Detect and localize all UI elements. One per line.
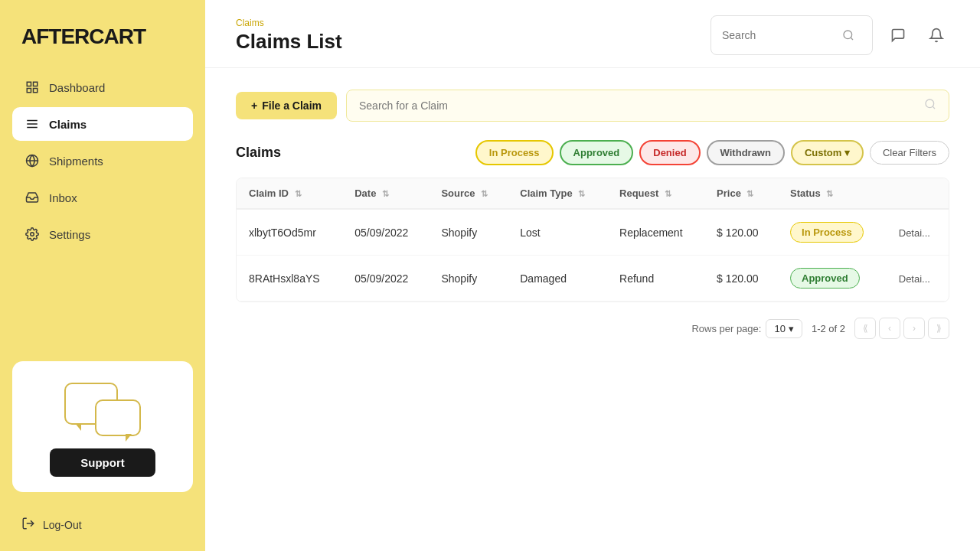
sidebar-item-claims[interactable]: Claims [12, 107, 193, 141]
table-row: xlbytT6Od5mr 05/09/2022 Shopify Lost Rep… [237, 209, 949, 256]
svg-rect-1 [34, 82, 38, 86]
filter-withdrawn[interactable]: Withdrawn [707, 140, 785, 165]
claim-search-input[interactable] [359, 99, 918, 112]
filter-approved[interactable]: Approved [560, 140, 634, 165]
sort-icon-date[interactable]: ⇅ [382, 189, 389, 199]
status-badge: In Process [790, 222, 864, 243]
rows-per-page-value: 10 [774, 323, 785, 334]
sidebar-label-shipments: Shipments [49, 155, 103, 168]
svg-point-13 [926, 99, 934, 108]
claims-table-wrapper: Claim ID ⇅ Date ⇅ Source ⇅ Claim Type ⇅ … [236, 178, 949, 302]
cell-claim-id: 8RAtHsxl8aYS [237, 256, 342, 302]
logout-label: Log-Out [43, 519, 82, 531]
sidebar-item-settings[interactable]: Settings [12, 217, 193, 251]
plus-icon: + [251, 99, 257, 112]
cell-request: Replacement [607, 209, 704, 256]
sidebar-item-dashboard[interactable]: Dashboard [12, 70, 193, 104]
rows-select-chevron: ▾ [789, 323, 794, 334]
page-header: Claims Claims List [236, 18, 342, 54]
svg-line-12 [851, 37, 853, 40]
cell-price: $ 120.00 [704, 256, 778, 302]
svg-rect-2 [27, 89, 31, 93]
cell-source: Shopify [429, 209, 508, 256]
cell-request: Refund [607, 256, 704, 302]
claims-icon [24, 116, 40, 132]
sidebar-item-inbox[interactable]: Inbox [12, 181, 193, 214]
cell-date: 05/09/2022 [342, 209, 429, 256]
col-price: Price ⇅ [704, 178, 778, 209]
sort-icon-status[interactable]: ⇅ [826, 189, 833, 199]
file-claim-button[interactable]: + File a Claim [236, 92, 337, 119]
support-button[interactable]: Support [50, 448, 155, 477]
sidebar-item-shipments[interactable]: Shipments [12, 144, 193, 178]
sort-icon-price[interactable]: ⇅ [746, 189, 753, 199]
logo: AFTERCART [0, 0, 205, 70]
rows-per-page-select[interactable]: 10 ▾ [766, 319, 802, 338]
page-info: 1-2 of 2 [812, 323, 845, 334]
page-title: Claims List [236, 30, 342, 54]
rows-per-page: Rows per page: 10 ▾ [691, 319, 802, 338]
search-box[interactable] [710, 15, 873, 55]
filter-in-process[interactable]: In Process [475, 140, 554, 165]
claims-header: Claims In Process Approved Denied Withdr… [236, 140, 949, 165]
search-icon[interactable] [835, 22, 861, 48]
svg-point-9 [31, 233, 34, 236]
cell-claim-id: xlbytT6Od5mr [237, 209, 342, 256]
search-input[interactable] [722, 29, 829, 41]
cell-detail[interactable]: Detai... [887, 209, 949, 256]
page-prev-button[interactable]: ‹ [879, 318, 900, 339]
svg-point-11 [844, 31, 852, 39]
sidebar-label-settings: Settings [49, 228, 90, 241]
inbox-icon [24, 190, 40, 205]
sort-icon-request[interactable]: ⇅ [665, 189, 671, 199]
chat-icon[interactable] [885, 22, 911, 48]
shipments-icon [24, 153, 40, 168]
cell-date: 05/09/2022 [342, 256, 429, 302]
topbar: Claims Claims List [205, 0, 980, 68]
cell-claim-type: Lost [508, 209, 607, 256]
settings-icon [24, 227, 40, 242]
status-badge: Approved [790, 268, 860, 289]
page-last-button[interactable]: ⟫ [928, 318, 949, 339]
claim-search-icon[interactable] [924, 98, 936, 113]
main-content: Claims Claims List + File a Claim [205, 0, 980, 551]
logout-icon [21, 517, 35, 533]
cell-price: $ 120.00 [704, 209, 778, 256]
page-first-button[interactable]: ⟪ [854, 318, 876, 339]
claims-section-title: Claims [236, 145, 281, 161]
support-card: Support [12, 361, 193, 492]
filter-custom[interactable]: Custom ▾ [791, 140, 864, 165]
col-date: Date ⇅ [342, 178, 429, 209]
search-claim-box[interactable] [346, 90, 949, 122]
cell-status: Approved [778, 256, 887, 302]
logout-button[interactable]: Log-Out [0, 504, 205, 551]
col-claim-type: Claim Type ⇅ [508, 178, 607, 209]
sidebar-label-inbox: Inbox [49, 191, 77, 204]
sidebar-nav: Dashboard Claims Shipments Inbox [0, 70, 205, 349]
bell-icon[interactable] [923, 22, 949, 48]
sort-icon-source[interactable]: ⇅ [481, 189, 488, 199]
pagination: Rows per page: 10 ▾ 1-2 of 2 ⟪ ‹ › ⟫ [236, 318, 949, 339]
clear-filters-button[interactable]: Clear Filters [870, 141, 949, 165]
sidebar-label-claims: Claims [49, 118, 87, 131]
cell-source: Shopify [429, 256, 508, 302]
file-claim-label: File a Claim [262, 99, 322, 112]
sidebar: AFTERCART Dashboard Claims Shipments [0, 0, 205, 551]
dashboard-icon [24, 80, 40, 95]
cell-detail[interactable]: Detai... [887, 256, 949, 302]
support-illustration [64, 383, 141, 436]
filter-denied[interactable]: Denied [639, 140, 700, 165]
svg-line-14 [933, 106, 935, 109]
cell-status: In Process [778, 209, 887, 256]
svg-rect-0 [27, 82, 31, 86]
page-nav: ⟪ ‹ › ⟫ [854, 318, 949, 339]
sort-icon-claim-type[interactable]: ⇅ [578, 189, 585, 199]
sort-icon-claim-id[interactable]: ⇅ [295, 189, 302, 199]
sidebar-label-dashboard: Dashboard [49, 81, 105, 94]
claims-table: Claim ID ⇅ Date ⇅ Source ⇅ Claim Type ⇅ … [237, 178, 949, 302]
col-status: Status ⇅ [778, 178, 887, 209]
page-next-button[interactable]: › [903, 318, 925, 339]
col-claim-id: Claim ID ⇅ [237, 178, 342, 209]
col-actions [887, 178, 949, 209]
svg-rect-3 [34, 89, 38, 93]
